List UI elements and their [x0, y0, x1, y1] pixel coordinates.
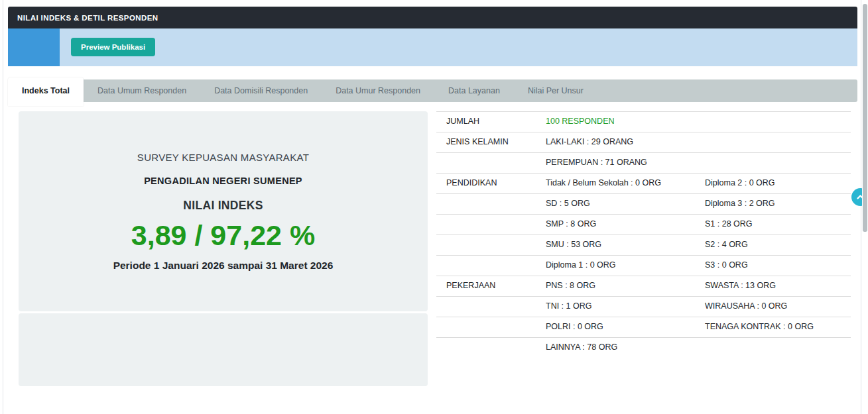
row-value: SMP : 8 ORG [546, 215, 705, 234]
scrollbar-thumb[interactable] [863, 4, 867, 232]
row-value: 100 RESPONDEN [546, 112, 705, 132]
preview-publikasi-button[interactable]: Preview Publikasi [71, 38, 155, 56]
respondent-table: JUMLAH100 RESPONDENJENIS KELAMINLAKI-LAK… [436, 111, 851, 358]
row-label [436, 338, 546, 358]
period-text: Periode 1 Januari 2026 sampai 31 Maret 2… [113, 260, 334, 272]
table-row: SD : 5 ORGDiploma 3 : 2 ORG [436, 193, 851, 214]
row-value: S3 : 0 ORG [705, 256, 851, 276]
table-row: PEKERJAANPNS : 8 ORGSWASTA : 13 ORG [436, 276, 851, 296]
row-value: SD : 5 ORG [546, 194, 705, 214]
row-value [705, 132, 851, 152]
row-label [436, 153, 546, 173]
table-row: JUMLAH100 RESPONDEN [436, 111, 851, 132]
row-value [705, 112, 851, 132]
table-row: Diploma 1 : 0 ORGS3 : 0 ORG [436, 255, 851, 276]
row-value: Diploma 3 : 2 ORG [705, 194, 851, 214]
row-value [705, 338, 851, 358]
table-row: JENIS KELAMINLAKI-LAKI : 29 ORANG [436, 132, 851, 152]
row-label: JUMLAH [436, 112, 546, 132]
row-value: S1 : 28 ORG [705, 215, 851, 234]
row-value: POLRI : 0 ORG [546, 317, 705, 337]
table-row: TNI : 1 ORGWIRAUSAHA : 0 ORG [436, 296, 851, 317]
row-value: WIRAUSAHA : 0 ORG [705, 297, 851, 317]
content-right-border [861, 0, 861, 414]
survey-title: SURVEY KEPUASAN MASYARAKAT [137, 152, 309, 163]
row-value: TENAGA KONTRAK : 0 ORG [705, 317, 851, 337]
row-value: LAINNYA : 78 ORG [546, 338, 705, 358]
row-value: PEREMPUAN : 71 ORANG [546, 153, 705, 173]
panel-header: NILAI INDEKS & DETIL RESPONDEN [8, 7, 857, 28]
row-value: Diploma 2 : 0 ORG [705, 174, 851, 193]
row-label: JENIS KELAMIN [436, 132, 546, 152]
row-value: SMU : 53 ORG [546, 235, 705, 255]
table-row: PEREMPUAN : 71 ORANG [436, 152, 851, 173]
row-label [436, 256, 546, 276]
row-value: S2 : 4 ORG [705, 235, 851, 255]
toolbar: Preview Publikasi [8, 28, 857, 66]
row-label: PEKERJAAN [436, 276, 546, 296]
tab-nilai-per-unsur[interactable]: Nilai Per Unsur [514, 79, 597, 102]
index-value: 3,89 / 97,22 % [131, 219, 315, 252]
row-label [436, 215, 546, 234]
institution-name: PENGADILAN NEGERI SUMENEP [144, 176, 302, 186]
table-row: LAINNYA : 78 ORG [436, 337, 851, 358]
row-label [436, 317, 546, 337]
row-value: TNI : 1 ORG [546, 297, 705, 317]
row-value: Tidak / Belum Sekolah : 0 ORG [546, 174, 705, 193]
tab-data-umur-responden[interactable]: Data Umur Responden [322, 79, 434, 102]
index-label: NILAI INDEKS [183, 199, 263, 213]
row-value: LAKI-LAKI : 29 ORANG [546, 132, 705, 152]
row-label [436, 235, 546, 255]
scrollbar [862, 0, 868, 414]
table-row: SMU : 53 ORGS2 : 4 ORG [436, 234, 851, 255]
row-value: PNS : 8 ORG [546, 276, 705, 296]
row-label: PENDIDIKAN [436, 174, 546, 193]
row-value [705, 153, 851, 173]
tab-data-domisili-responden[interactable]: Data Domisili Responden [200, 79, 322, 102]
row-label [436, 194, 546, 214]
summary-card: SURVEY KEPUASAN MASYARAKAT PENGADILAN NE… [19, 111, 428, 311]
secondary-card [19, 313, 428, 386]
table-row: POLRI : 0 ORGTENAGA KONTRAK : 0 ORG [436, 317, 851, 337]
blue-accent-block [8, 28, 60, 66]
table-row: PENDIDIKANTidak / Belum Sekolah : 0 ORGD… [436, 173, 851, 193]
page-title: NILAI INDEKS & DETIL RESPONDEN [8, 14, 158, 22]
tab-indeks-total[interactable]: Indeks Total [8, 78, 84, 106]
content-left-border [3, 0, 3, 414]
row-label [436, 297, 546, 317]
tab-data-layanan[interactable]: Data Layanan [434, 79, 514, 102]
table-row: SMP : 8 ORGS1 : 28 ORG [436, 214, 851, 234]
tab-bar: Indeks TotalData Umum RespondenData Domi… [8, 79, 857, 102]
row-value: SWASTA : 13 ORG [705, 276, 851, 296]
tab-data-umum-responden[interactable]: Data Umum Responden [84, 79, 200, 102]
row-value: Diploma 1 : 0 ORG [546, 256, 705, 276]
